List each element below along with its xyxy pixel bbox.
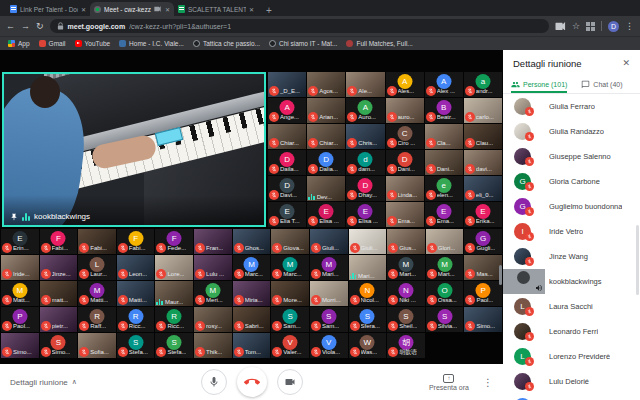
camera-in-use-icon[interactable] — [555, 22, 566, 30]
participant-tile[interactable]: VViola... — [310, 333, 348, 358]
participant-tile[interactable]: VValer... — [271, 333, 309, 358]
browser-menu-icon[interactable]: ⋮ — [625, 21, 634, 31]
participant-tile[interactable]: davi... — [464, 150, 502, 175]
participant-tile[interactable]: Dev... — [307, 176, 345, 201]
participant-tile[interactable]: EErika... — [464, 202, 502, 227]
participant-tile[interactable]: Ghos... — [233, 229, 271, 254]
participant-tile[interactable]: Cla... — [425, 124, 463, 149]
participant-tile[interactable]: DDaila... — [268, 150, 306, 175]
participant-tile[interactable]: Lulu ... — [194, 255, 232, 280]
participant-tile[interactable]: Fran... — [194, 229, 232, 254]
participant-tile[interactable]: MMatt... — [1, 281, 39, 306]
participant-tile[interactable]: EElisa ... — [307, 202, 345, 227]
participant-tile[interactable]: DDani... — [386, 150, 424, 175]
participant-tile[interactable]: MMari... — [310, 255, 348, 280]
reload-icon[interactable]: ↻ — [36, 22, 44, 31]
participant-tile[interactable]: AAnge... — [268, 98, 306, 123]
participant-tile[interactable]: AAlex ... — [425, 72, 463, 97]
participant-tile[interactable]: MMarc... — [271, 255, 309, 280]
participant-row[interactable]: GGuglielmo buondonna — [503, 194, 640, 219]
participant-tile[interactable]: NNiki ... — [387, 281, 425, 306]
participant-row[interactable]: Giulia Ferraro — [503, 94, 640, 119]
participant-tile[interactable]: Iride... — [1, 255, 39, 280]
grid-scrollbar[interactable] — [499, 265, 502, 285]
participant-tile[interactable]: Chiar... — [268, 124, 306, 149]
participant-row[interactable]: Lulu Delorié — [503, 369, 640, 394]
participant-tile[interactable]: pietr... — [40, 307, 78, 332]
bookmark-star-icon[interactable]: ☆ — [572, 22, 580, 31]
participant-row[interactable]: Jinze Wang — [503, 244, 640, 269]
participant-tile[interactable]: PPaol... — [464, 281, 502, 306]
participant-tile[interactable]: EElia T... — [268, 202, 306, 227]
participant-tile[interactable]: Miria... — [233, 281, 271, 306]
participant-tile[interactable]: FFabi... — [117, 229, 155, 254]
new-tab-button[interactable]: + — [266, 6, 272, 16]
participant-row[interactable]: Giulia Randazzo — [503, 119, 640, 144]
participant-tile[interactable]: EErin... — [1, 229, 39, 254]
participant-row[interactable]: Giuseppe Salenno — [503, 144, 640, 169]
participant-tile[interactable]: matt... — [40, 281, 78, 306]
participant-tile[interactable]: AAuro... — [346, 98, 384, 123]
participant-tile[interactable]: Glori... — [426, 229, 464, 254]
participant-tile[interactable]: Simo... — [464, 307, 502, 332]
more-options-icon[interactable]: ⋮ — [483, 377, 493, 388]
participant-tile[interactable]: Simo... — [1, 333, 39, 358]
participant-row[interactable]: MMarco P... — [503, 394, 640, 400]
participant-tile[interactable]: SStefa... — [117, 333, 155, 358]
browser-tab[interactable]: Meet - cwz-kezz-urh✕ — [90, 2, 174, 16]
participant-tile[interactable]: CCiro ... — [386, 124, 424, 149]
participant-tile[interactable]: rosy... — [194, 307, 232, 332]
participant-tile[interactable]: LLaur... — [78, 255, 116, 280]
bookmark-item[interactable]: App — [8, 40, 30, 47]
participant-tile[interactable]: Fabi... — [78, 229, 116, 254]
participant-tile[interactable]: Tom... — [233, 333, 271, 358]
bookmark-item[interactable]: Full Matches, Full... — [346, 40, 412, 47]
meeting-details-toggle[interactable]: Dettagli riunione ∧ — [10, 378, 77, 387]
participant-tile[interactable]: Clau... — [464, 124, 502, 149]
participant-tile[interactable]: SSam... — [271, 307, 309, 332]
participant-tile[interactable]: Dani... — [425, 150, 463, 175]
participant-tile[interactable]: MMarc... — [233, 255, 271, 280]
participant-tile[interactable]: SSimo... — [40, 333, 78, 358]
participant-tile[interactable]: NNicol... — [349, 281, 387, 306]
back-icon[interactable]: ← — [6, 22, 15, 31]
participant-tile[interactable]: eli_0... — [464, 176, 502, 201]
participant-tile[interactable]: Jinze... — [40, 255, 78, 280]
participant-tile[interactable]: FFede... — [155, 229, 193, 254]
participant-tile[interactable]: Giova... — [271, 229, 309, 254]
participant-tile[interactable]: Giuli... — [349, 229, 387, 254]
browser-tab[interactable]: SCALETTA TALENT - Fogli Go...✕ — [174, 2, 258, 16]
mic-button[interactable] — [201, 369, 227, 395]
participant-tile[interactable]: eelen... — [425, 176, 463, 201]
tab-chat[interactable]: Chat (40) — [581, 76, 622, 93]
camera-button[interactable] — [277, 369, 303, 395]
participant-tile[interactable]: Matti... — [117, 281, 155, 306]
participant-tile[interactable]: FFabi... — [40, 229, 78, 254]
participant-tile[interactable]: WWas... — [349, 333, 387, 358]
bookmark-item[interactable]: Home - I.C. Viale... — [119, 40, 184, 47]
participant-tile[interactable]: MMatti... — [78, 281, 116, 306]
participant-tile[interactable]: Linda... — [386, 176, 424, 201]
participant-tile[interactable]: MMeri... — [194, 281, 232, 306]
participant-row[interactable]: IIride Vetro — [503, 219, 640, 244]
participant-tile[interactable]: Sofia... — [78, 333, 116, 358]
browser-tab[interactable]: Link Per Talent - Documenti G...✕ — [6, 2, 90, 16]
participant-tile[interactable]: Mas... — [464, 255, 502, 280]
participant-tile[interactable]: Maur... — [155, 281, 193, 306]
participant-tile[interactable]: SStefa... — [155, 333, 193, 358]
participant-tile[interactable]: aandr... — [464, 72, 502, 97]
panel-scrollbar[interactable] — [636, 225, 639, 295]
participant-tile[interactable]: DDavi... — [268, 176, 306, 201]
participant-tile[interactable]: DDalia... — [307, 150, 345, 175]
participant-tile[interactable]: Morri... — [310, 281, 348, 306]
participant-tile[interactable]: 胡胡歆语 — [387, 333, 425, 358]
participant-tile[interactable]: SSam... — [310, 307, 348, 332]
participant-tile[interactable]: Chris... — [346, 124, 384, 149]
pinned-video[interactable]: kookblackwings — [2, 72, 266, 227]
participant-tile[interactable]: EElisa ... — [346, 202, 384, 227]
participant-tile[interactable]: AAles... — [386, 72, 424, 97]
bookmark-item[interactable]: Chi siamo IT - Mat... — [269, 40, 337, 47]
participant-tile[interactable]: SSfera... — [349, 307, 387, 332]
present-button[interactable]: ↑ Presenta ora — [429, 374, 469, 391]
participant-tile[interactable]: More... — [271, 281, 309, 306]
